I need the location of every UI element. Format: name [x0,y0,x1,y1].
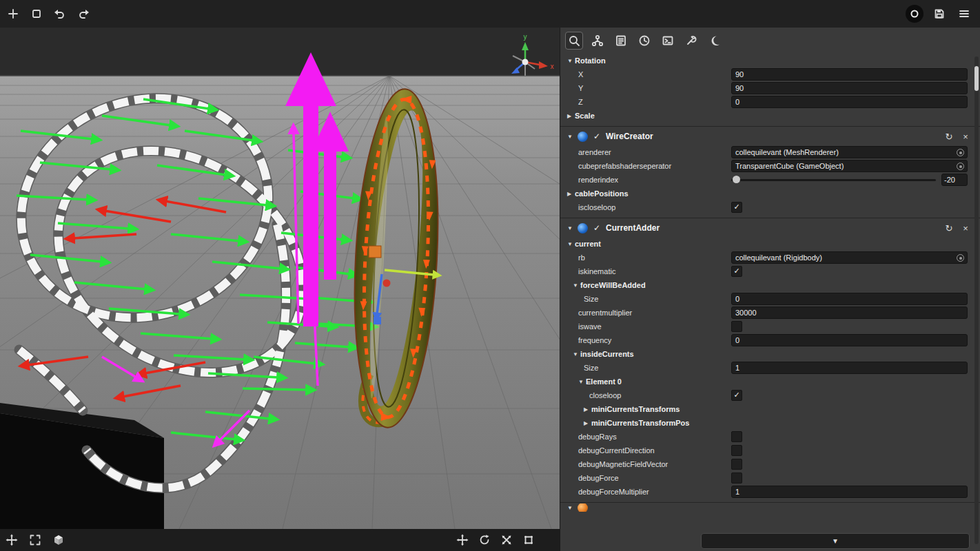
closeloop-checkbox[interactable]: ✓ [731,390,742,401]
search-tab[interactable] [566,32,582,49]
field-label: X [560,70,583,79]
currentmultiplier-field[interactable]: 30000 [731,306,968,319]
cubeprefab-object-field[interactable]: TransparentCube (GameObject) [731,160,968,172]
expand-icon [29,534,41,546]
record-button[interactable] [904,3,925,24]
hierarchy-tab[interactable] [589,32,606,49]
rotation-x-field[interactable]: 90 [731,68,968,81]
frequency-field[interactable]: 0 [731,334,968,346]
foldout-minicurrentstransformpos[interactable]: ▶ miniCurrentsTransformPos [560,416,980,430]
inspector-scrollbar-track[interactable] [974,56,979,544]
foldout-open-icon: ▼ [567,225,575,231]
renderindex-slider[interactable] [731,173,936,187]
section-label: forceWillBeAdded [580,281,646,289]
debugcurrentdirection-checkbox[interactable] [731,445,742,456]
foldout-open-icon: ▼ [567,58,575,64]
orientation-gizmo[interactable]: y x [511,33,554,76]
theme-tab[interactable] [706,32,723,49]
object-picker-icon[interactable] [957,254,964,262]
partial-component-header[interactable]: ▼ [560,503,980,512]
rb-object-field[interactable]: collequilevant (Rigidbody) [731,251,968,264]
debugforce-checkbox[interactable] [731,472,742,484]
force-size-field[interactable]: 0 [731,293,968,305]
section-label: Scale [575,112,595,120]
gizmo-center-handle[interactable] [383,280,391,287]
foldout-current[interactable]: ▼ current [560,237,980,251]
row-iswave: iswave [560,320,980,333]
bottom-dropdown[interactable]: ▼ [701,533,970,549]
foldout-closed-icon: ▶ [584,420,591,426]
undo-button[interactable] [50,3,70,24]
reset-component-icon[interactable]: ↻ [944,132,954,142]
foldout-rotation[interactable]: ▼ Rotation [560,54,980,67]
rect-tool-button[interactable] [521,532,536,548]
renderindex-value-field[interactable]: -20 [941,174,968,186]
section-label: Rotation [575,56,606,65]
iskinematic-checkbox[interactable]: ✓ [731,266,742,277]
gizmo-cube-handle[interactable] [369,246,381,258]
remove-component-icon[interactable]: × [961,132,970,142]
foldout-insidecurrents[interactable]: ▼ insideCurrents [560,347,980,361]
foldout-closed-icon: ▶ [567,113,575,119]
field-label: Size [560,364,598,372]
inside-size-field[interactable]: 1 [731,362,968,374]
scale-tool-button[interactable] [499,532,514,548]
foldout-open-icon: ▼ [567,134,575,140]
debugmagneticfieldvector-checkbox[interactable] [731,459,742,470]
remove-component-icon[interactable]: × [961,223,970,233]
foldout-element0[interactable]: ▼ Element 0 [560,375,980,388]
scene-viewport[interactable]: y x [0,28,560,529]
add-button[interactable] [3,3,23,24]
redo-icon [77,8,90,20]
object-picker-icon[interactable] [957,149,964,156]
foldout-minicurrentstransforms[interactable]: ▶ miniCurrentsTransforms [560,402,980,416]
rotate-tool-button[interactable] [477,532,492,548]
debugrays-checkbox[interactable] [731,431,742,442]
moon-icon [708,34,721,47]
component-enabled-checkbox[interactable]: ✓ [593,223,600,233]
reset-component-icon[interactable]: ↻ [944,223,954,233]
iswave-checkbox[interactable] [731,321,742,332]
field-label: iswave [560,322,602,331]
component-enabled-checkbox[interactable]: ✓ [593,132,600,141]
console-tab[interactable] [660,32,676,49]
wrench-icon [685,34,697,47]
object-picker-icon[interactable] [957,163,964,170]
debugforcemultiplier-field[interactable]: 1 [731,486,968,498]
component-header-currentadder[interactable]: ▼ ✓ CurrentAdder ↻ × [560,219,980,237]
cube-button[interactable] [51,532,66,548]
save-button[interactable] [929,3,950,24]
pan-button[interactable] [4,532,19,548]
tools-tab[interactable] [683,32,700,49]
save-icon [933,8,946,20]
scene-svg[interactable]: y x [0,28,560,529]
foldout-cablepositions[interactable]: ▶ cablePositions [560,187,980,200]
menu-button[interactable] [954,3,974,24]
gizmo-blue-handle[interactable] [374,317,381,324]
scale-tool-icon [500,534,513,546]
rotation-y-field[interactable]: 90 [731,82,968,94]
undo-icon [54,8,66,20]
cube-icon [52,534,65,546]
inspector-tab[interactable] [613,32,629,49]
field-label: Y [560,84,583,92]
rotation-z-field[interactable]: 0 [731,96,968,108]
field-label: iskinematic [560,267,615,276]
stop-button[interactable] [26,3,47,24]
field-label: debugForce [560,474,619,482]
inspector-scrollbar-thumb[interactable] [974,66,979,91]
row-debugcurrentdirection: debugCurrentDirection [560,444,980,457]
arenderer-object-field[interactable]: collequilevant (MeshRenderer) [731,146,968,158]
foldout-scale[interactable]: ▶ Scale [560,109,980,123]
foldout-open-icon: ▼ [578,379,586,385]
foldout-forcewillbeadded[interactable]: ▼ forceWillBeAdded [560,278,980,292]
slider-track[interactable] [731,179,936,181]
component-separator [560,502,980,503]
iscloseloop-checkbox[interactable]: ✓ [731,202,742,213]
redo-button[interactable] [73,3,94,24]
move-tool-button[interactable] [455,532,470,548]
history-tab[interactable] [636,32,653,49]
expand-button[interactable] [28,532,43,548]
slider-handle[interactable] [733,176,740,183]
component-header-wirecreator[interactable]: ▼ ✓ WireCreator ↻ × [560,127,980,145]
